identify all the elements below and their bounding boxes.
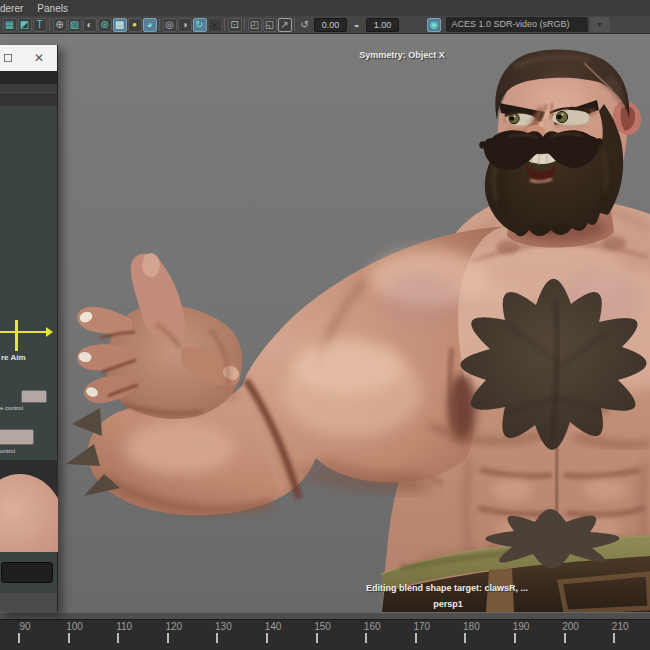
ambient-occlusion-icon[interactable]: ◎ [163, 18, 177, 32]
timeline-frame-label: 200 [557, 621, 585, 632]
exposure-field[interactable]: 0.00 [314, 18, 347, 32]
timeline-tick [216, 633, 218, 643]
snapshot-icon[interactable]: ◰ [248, 18, 262, 32]
range-strip [0, 612, 650, 619]
panel-icon [4, 54, 12, 62]
shaded-icon[interactable]: ▧ [68, 18, 82, 32]
timeline-tick [514, 633, 516, 643]
timeline-tick [316, 633, 318, 643]
timeline-frame-label: 100 [61, 621, 89, 632]
multisample-icon[interactable]: ↻ [193, 18, 207, 32]
slider-arrow [46, 327, 53, 337]
timeline-frame-label: 160 [358, 621, 386, 632]
color-swatch[interactable] [0, 429, 34, 445]
toolbar-separator [294, 18, 295, 31]
panel-row2 [0, 84, 57, 92]
timeline-tick [365, 633, 367, 643]
timeline-frame-label: 180 [457, 621, 485, 632]
toolbar-separator [159, 18, 160, 31]
gamma-field[interactable]: 1.00 [366, 18, 399, 32]
shadows-icon[interactable]: ◕ [143, 18, 157, 32]
menu-item-renderer[interactable]: derer [0, 3, 23, 14]
timeline-tick [68, 633, 70, 643]
viewport[interactable]: Symmetry: Object X Editing blend shape t… [0, 34, 650, 612]
viewport-canvas [0, 34, 650, 612]
toolbar-separator [49, 18, 50, 31]
control-label-2: ontrol [0, 448, 15, 454]
timeline-tick [167, 633, 169, 643]
isolate-select-icon[interactable]: ↗ [278, 18, 292, 32]
editing-status: Editing blend shape target: clawsR, ... [366, 583, 528, 593]
timeline-frame-label: 210 [606, 621, 634, 632]
timeline-frame-label: 120 [160, 621, 188, 632]
motion-blur-icon[interactable]: ◑ [178, 18, 192, 32]
timeline-frame-label: 190 [507, 621, 535, 632]
panel-close-button[interactable]: ✕ [34, 52, 44, 64]
wireframe-on-shaded-icon[interactable]: ⊛ [98, 18, 112, 32]
toolbar-separator [224, 18, 225, 31]
texture-placement-icon[interactable]: ▪ [208, 18, 222, 32]
slider-handle[interactable] [15, 320, 18, 351]
hair-trail [556, 440, 557, 522]
preview-blob [0, 474, 58, 552]
image-plane-icon[interactable]: ◩ [18, 18, 32, 32]
timeline-tick [464, 633, 466, 643]
control-label-1: e control [0, 405, 23, 411]
timeline-tick [18, 633, 20, 643]
timeline-frame-label: 140 [259, 621, 287, 632]
shape-preview [0, 460, 58, 552]
timeline-frame-label: 110 [110, 621, 138, 632]
panel-body: re Aim e control ontrol [0, 106, 57, 593]
timeline-frame-label: 90 [11, 621, 39, 632]
viewport-toolbar: ▦◩T⊕▧◐⊛▩●◕◎◑↻▪⊡◰◱↗↺0.00◒1.00◉ACES 1.0 SD… [0, 16, 650, 34]
color-swatch[interactable] [21, 390, 47, 403]
timeline-tick [266, 633, 268, 643]
menu-bar: derer Panels [0, 0, 650, 16]
slider-track[interactable] [0, 331, 48, 333]
time-slider[interactable]: 90100110120130140150160170180190200210 [0, 619, 650, 650]
colorspace-select[interactable]: ACES 1.0 SDR-video (sRGB) [446, 17, 588, 32]
textured-icon[interactable]: ▩ [113, 18, 127, 32]
exposure-reset-icon[interactable]: ↺ [298, 18, 312, 32]
menu-item-panels[interactable]: Panels [37, 3, 68, 14]
duplicate-view-icon[interactable]: ◱ [263, 18, 277, 32]
aim-label: re Aim [1, 353, 26, 362]
text-hud-icon[interactable]: T [33, 18, 47, 32]
symmetry-status: Symmetry: Object X [359, 50, 445, 60]
toolbar-separator [244, 18, 245, 31]
timeline-tick [613, 633, 615, 643]
camera-label: persp1 [433, 599, 463, 609]
select-object-icon[interactable]: ⊡ [228, 18, 242, 32]
flat-shaded-icon[interactable]: ◐ [83, 18, 97, 32]
timeline-frame-label: 170 [408, 621, 436, 632]
timeline-frame-label: 150 [309, 621, 337, 632]
wireframe-icon[interactable]: ⊕ [53, 18, 67, 32]
timeline-tick [117, 633, 119, 643]
timeline-frame-label: 130 [209, 621, 237, 632]
colorspace-icon[interactable]: ◉ [427, 18, 441, 32]
panel-row3 [0, 92, 57, 106]
panel-row1 [0, 71, 57, 84]
lights-icon[interactable]: ● [128, 18, 142, 32]
tool-settings-panel: ✕ re Aim e control ontrol [0, 45, 58, 612]
panel-input[interactable] [1, 562, 53, 583]
timeline-tick [415, 633, 417, 643]
gamma-icon[interactable]: ◒ [350, 18, 364, 32]
timeline-tick [564, 633, 566, 643]
grid-layout-icon[interactable]: ▦ [3, 18, 17, 32]
colorspace-menu-arrow[interactable]: ▼ [590, 17, 610, 32]
panel-footer [0, 593, 57, 612]
panel-titlebar: ✕ [0, 45, 57, 71]
